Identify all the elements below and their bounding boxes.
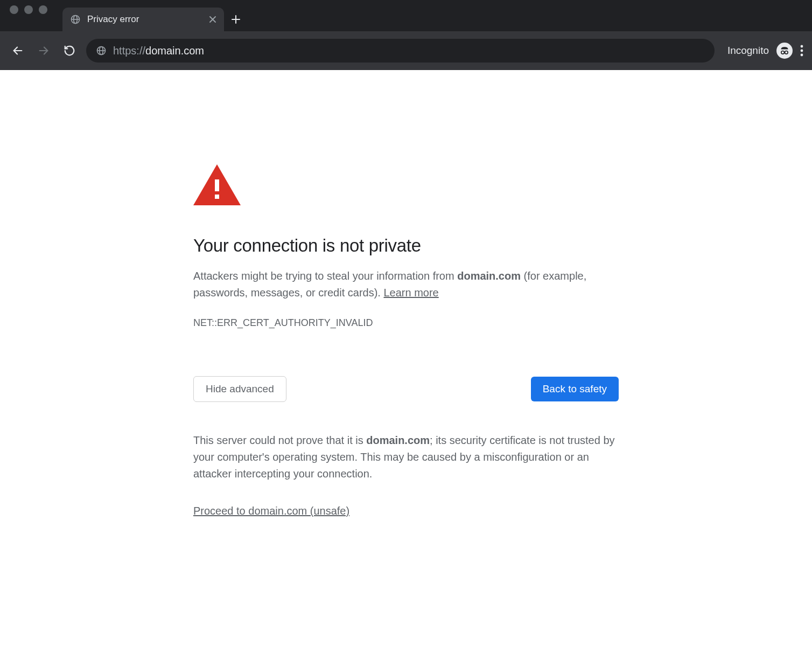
- window-minimize-button[interactable]: [24, 5, 33, 14]
- advanced-explanation: This server could not prove that it is d…: [193, 432, 619, 482]
- svg-rect-20: [215, 195, 219, 199]
- forward-button[interactable]: [34, 41, 53, 60]
- warning-body-domain: domain.com: [457, 270, 521, 282]
- window-close-button[interactable]: [10, 5, 18, 14]
- url-text: https://domain.com: [113, 45, 204, 57]
- svg-rect-19: [215, 179, 219, 191]
- new-tab-button[interactable]: [224, 8, 248, 31]
- svg-point-15: [801, 45, 803, 48]
- page-content: Your connection is not private Attackers…: [0, 70, 812, 517]
- tabstrip: Privacy error: [0, 0, 812, 31]
- tab-title: Privacy error: [87, 14, 202, 25]
- hide-advanced-button[interactable]: Hide advanced: [193, 376, 286, 402]
- proceed-unsafe-link[interactable]: Proceed to domain.com (unsafe): [193, 505, 349, 517]
- incognito-label: Incognito: [727, 45, 769, 57]
- proceed-row: Proceed to domain.com (unsafe): [193, 505, 619, 517]
- learn-more-link[interactable]: Learn more: [383, 287, 438, 299]
- globe-icon: [70, 14, 81, 25]
- ssl-warning-interstitial: Your connection is not private Attackers…: [193, 164, 619, 517]
- advanced-domain: domain.com: [366, 434, 430, 446]
- address-bar[interactable]: https://domain.com: [86, 39, 715, 63]
- reload-button[interactable]: [60, 41, 79, 60]
- toolbar: https://domain.com Incognito: [0, 31, 812, 70]
- kebab-menu-icon[interactable]: [800, 45, 803, 57]
- window-controls: [10, 0, 62, 31]
- button-row: Hide advanced Back to safety: [193, 376, 619, 402]
- advanced-prefix: This server could not prove that it is: [193, 434, 366, 446]
- browser-tab[interactable]: Privacy error: [62, 8, 224, 31]
- warning-body-prefix: Attackers might be trying to steal your …: [193, 270, 457, 282]
- svg-point-16: [801, 50, 803, 52]
- incognito-icon[interactable]: [776, 43, 793, 59]
- warning-body: Attackers might be trying to steal your …: [193, 268, 619, 301]
- close-tab-icon[interactable]: [209, 16, 216, 23]
- svg-point-17: [801, 54, 803, 57]
- error-code: NET::ERR_CERT_AUTHORITY_INVALID: [193, 317, 619, 329]
- url-host: domain.com: [145, 45, 204, 57]
- back-button[interactable]: [9, 41, 27, 60]
- window-maximize-button[interactable]: [39, 5, 47, 14]
- toolbar-right: Incognito: [722, 43, 803, 59]
- svg-point-13: [785, 51, 788, 54]
- svg-point-12: [781, 51, 785, 54]
- site-info-icon[interactable]: [96, 45, 107, 56]
- warning-triangle-icon: [193, 164, 619, 205]
- back-to-safety-button[interactable]: Back to safety: [531, 377, 619, 401]
- warning-heading: Your connection is not private: [193, 235, 619, 256]
- url-scheme: https://: [113, 45, 145, 57]
- browser-chrome: Privacy error: [0, 0, 812, 70]
